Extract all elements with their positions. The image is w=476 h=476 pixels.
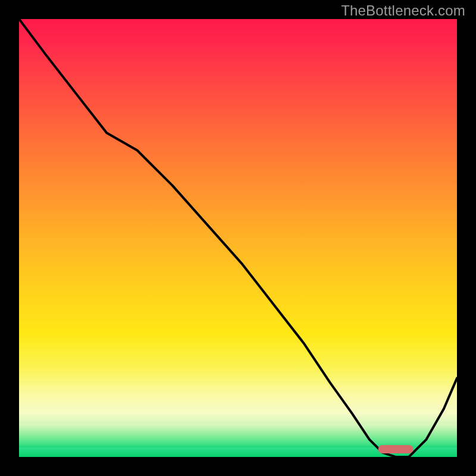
optimal-range-marker [378,445,414,453]
chart-frame: TheBottleneck.com [0,0,476,476]
bottleneck-curve [19,19,457,457]
plot-area [19,19,457,457]
watermark-text: TheBottleneck.com [341,2,465,19]
curve-path [19,19,457,457]
